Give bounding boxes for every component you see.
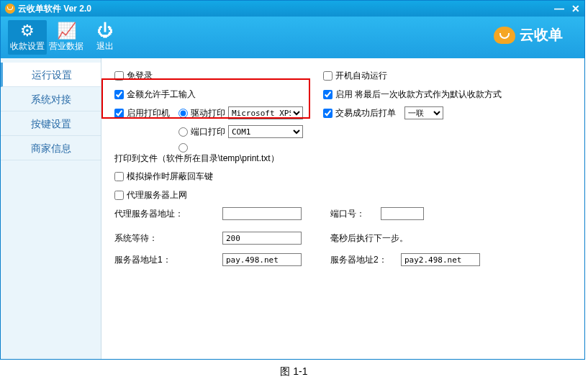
proxy-label: 代理服务器上网 — [127, 189, 187, 201]
enable-printer-label: 启用打印机 — [127, 107, 178, 119]
print-after-success-checkbox[interactable] — [323, 109, 333, 118]
cloud-icon — [494, 27, 515, 44]
sidebar-system-dock[interactable]: 系统对接 — [1, 87, 101, 111]
sidebar-run-settings[interactable]: 运行设置 — [1, 63, 101, 87]
shield-enter-label: 模拟操作时屏蔽回车键 — [127, 170, 213, 183]
copies-select[interactable]: 一联 — [404, 106, 443, 119]
close-button[interactable]: ✕ — [571, 3, 580, 14]
print-to-file-label: 打印到文件（软件所在目录\temp\print.txt） — [114, 152, 279, 165]
window-title: 云收单软件 Ver 2.0 — [18, 3, 91, 15]
manual-amount-checkbox[interactable] — [114, 90, 124, 99]
proxy-checkbox[interactable] — [114, 191, 124, 200]
sys-wait-input[interactable] — [222, 232, 302, 245]
power-icon: ⏻ — [97, 23, 113, 39]
figure-caption: 图 1-1 — [0, 365, 588, 378]
server2-label: 服务器地址2： — [330, 254, 401, 266]
sys-wait-suffix: 毫秒后执行下一步。 — [330, 232, 408, 245]
app-icon — [5, 4, 15, 14]
main-toolbar: ⚙ 收款设置 📈 营业数据 ⏻ 退出 云收单 — [1, 17, 584, 58]
title-bar: 云收单软件 Ver 2.0 — ✕ — [1, 1, 584, 17]
app-window: 云收单软件 Ver 2.0 — ✕ ⚙ 收款设置 📈 营业数据 ⏻ 退出 云收单… — [0, 0, 585, 360]
sys-wait-label: 系统等待： — [114, 232, 222, 245]
sidebar-merchant-info[interactable]: 商家信息 — [1, 136, 101, 160]
minimize-button[interactable]: — — [554, 3, 564, 14]
proxy-addr-input[interactable] — [222, 207, 302, 220]
auto-run-checkbox[interactable] — [323, 71, 333, 81]
printer-select[interactable]: Microsoft XPS D — [228, 106, 303, 119]
port-print-label: 端口打印 — [191, 126, 228, 138]
proxy-port-input[interactable] — [381, 207, 424, 220]
use-last-method-label: 启用 将最后一次收款方式作为默认收款方式 — [335, 88, 502, 101]
chart-icon: 📈 — [57, 23, 76, 39]
server1-input[interactable] — [222, 253, 302, 266]
toolbar-label: 退出 — [96, 40, 114, 53]
gear-icon: ⚙ — [20, 23, 35, 39]
print-to-file-radio[interactable] — [178, 143, 188, 152]
use-last-method-checkbox[interactable] — [323, 90, 333, 99]
brand-logo: 云收单 — [494, 25, 563, 45]
window-controls: — ✕ — [554, 1, 580, 17]
toolbar-exit[interactable]: ⏻ 退出 — [86, 20, 125, 55]
port-select[interactable]: COM1 — [228, 125, 303, 138]
toolbar-payment-settings[interactable]: ⚙ 收款设置 — [8, 20, 47, 55]
free-login-label: 免登录 — [127, 70, 153, 82]
shield-enter-checkbox[interactable] — [114, 172, 124, 181]
proxy-addr-label: 代理服务器地址： — [114, 208, 222, 220]
free-login-checkbox[interactable] — [114, 71, 124, 81]
driver-print-label: 驱动打印 — [191, 107, 228, 119]
settings-panel: 免登录 开机自动运行 金额允许手工输入 启用 将最后一次收款方式作为默认收款方式 — [101, 58, 584, 359]
print-after-success-label: 交易成功后打单 — [335, 107, 396, 119]
main-body: 运行设置 系统对接 按键设置 商家信息 免登录 开机自动运行 金额 — [1, 58, 584, 359]
toolbar-label: 营业数据 — [49, 40, 83, 53]
driver-print-radio[interactable] — [178, 109, 188, 118]
port-print-radio[interactable] — [178, 127, 188, 137]
enable-printer-checkbox[interactable] — [114, 109, 124, 118]
toolbar-business-data[interactable]: 📈 营业数据 — [47, 20, 86, 55]
auto-run-label: 开机自动运行 — [335, 70, 387, 82]
sidebar: 运行设置 系统对接 按键设置 商家信息 — [1, 58, 101, 359]
server2-input[interactable] — [401, 253, 480, 266]
brand-text: 云收单 — [520, 25, 563, 45]
proxy-port-label: 端口号： — [330, 208, 381, 220]
manual-amount-label: 金额允许手工输入 — [127, 88, 196, 101]
server1-label: 服务器地址1： — [114, 254, 222, 266]
sidebar-key-settings[interactable]: 按键设置 — [1, 111, 101, 136]
toolbar-label: 收款设置 — [10, 40, 45, 53]
